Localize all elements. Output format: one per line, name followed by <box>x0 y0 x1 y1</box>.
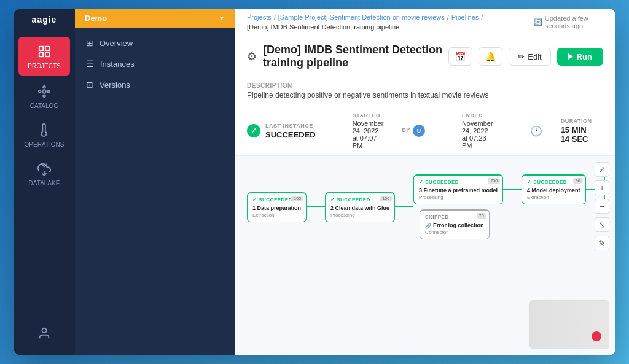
sidebar: aagie PROJECTS CATALOG OPERATIONS <box>14 9 75 355</box>
pipeline-node-1[interactable]: ✓ SUCCEEDED 100 1 Data preparation Extra… <box>247 192 307 222</box>
instance-bar: ✓ LAST INSTANCE SUCCEEDED STARTED Novemb… <box>235 106 615 156</box>
edit-canvas-button[interactable]: ✎ <box>595 236 609 250</box>
sidebar-item-projects[interactable]: PROJECTS <box>18 37 70 76</box>
node-4-badge: 96 <box>573 178 583 184</box>
canvas-controls: ⤢ + − ⤡ ✎ <box>595 162 609 250</box>
svg-point-9 <box>42 328 46 333</box>
update-info: 🔄 Updated a few seconds ago <box>534 15 603 29</box>
run-button[interactable]: Run <box>557 48 603 66</box>
play-icon <box>568 53 573 60</box>
duration-block: DURATION 15 MIN 14 SEC <box>561 118 592 144</box>
nav-item-versions-label: Versions <box>100 80 130 90</box>
connector-1-2 <box>307 206 325 207</box>
user-icon <box>36 325 53 342</box>
fullscreen-button[interactable]: ⤢ <box>595 162 609 177</box>
pipeline-node-2[interactable]: ✓ SUCCEEDED 100 2 Clean data with Glue P… <box>325 192 395 222</box>
demo-tab[interactable]: Demo ▼ <box>75 9 235 28</box>
svg-point-6 <box>43 95 45 98</box>
clock-icon: 🕐 <box>530 125 542 137</box>
status-badge: SUCCEEDED <box>265 130 316 139</box>
branch-point: ✓ SUCCEEDED 200 3 Finetune a pretrained … <box>413 174 609 239</box>
minimap-indicator <box>592 331 601 341</box>
skipped-branch: SKIPPED 70 🔗 Error log collection Connec… <box>420 209 490 239</box>
node-4-type: Extraction <box>527 195 580 200</box>
avatar: U <box>413 125 425 137</box>
breadcrumb-pipelines[interactable]: Pipelines <box>451 14 479 21</box>
node-6-title: Error log collection <box>433 222 484 228</box>
operations-icon <box>36 122 53 139</box>
nav-item-instances[interactable]: ☰ Instances <box>75 53 235 74</box>
pipeline-node-4[interactable]: ✓ SUCCEEDED 96 4 Model deployment Extrac… <box>522 174 586 204</box>
success-check-icon: ✓ <box>247 124 260 137</box>
pipeline-node-3[interactable]: ✓ SUCCEEDED 200 3 Finetune a pretrained … <box>413 174 503 204</box>
overview-icon: ⊞ <box>86 38 93 48</box>
pipeline-header: ⚙ [Demo] IMDB Sentiment Detection traini… <box>235 36 615 77</box>
nav-item-versions[interactable]: ⊡ Versions <box>75 74 235 95</box>
node-1-type: Extraction <box>252 212 301 218</box>
ended-date: November 24, 2022 at 07:23 PM <box>462 120 493 149</box>
node-6-icon: 🔗 <box>425 223 431 229</box>
app-logo: aagie <box>14 9 75 31</box>
logo-text: aagie <box>32 15 57 25</box>
svg-rect-1 <box>45 47 49 50</box>
sidebar-item-projects-label: PROJECTS <box>28 63 60 69</box>
breadcrumb-projects[interactable]: Projects <box>247 14 272 21</box>
sidebar-item-datalake[interactable]: DATALAKE <box>14 154 75 193</box>
nav-item-instances-label: Instances <box>100 60 135 69</box>
update-text: Updated a few seconds ago <box>545 15 603 29</box>
edit-icon: ✏ <box>518 52 525 61</box>
datalake-icon <box>36 160 53 177</box>
breadcrumb-project-name[interactable]: [Sample Project] Sentiment Detection on … <box>278 14 445 21</box>
connector-2-3 <box>395 206 413 207</box>
started-date: November 24, 2022 at 07:07 PM <box>353 120 384 149</box>
user-menu-item[interactable] <box>33 319 56 348</box>
main-content: Projects / [Sample Project] Sentiment De… <box>235 9 615 355</box>
svg-rect-2 <box>39 53 43 56</box>
demo-tab-label: Demo <box>85 14 107 23</box>
versions-icon: ⊡ <box>86 80 93 90</box>
description-text: Pipeline detecting positive or negative … <box>247 91 603 99</box>
node-1-title: 1 Data preparation <box>252 205 301 211</box>
by-label-1: BY <box>402 127 410 133</box>
minimap-content <box>530 301 609 349</box>
last-instance-label: LAST INSTANCE <box>265 123 316 129</box>
started-label: STARTED <box>353 112 384 118</box>
breadcrumb-current: [Demo] IMDB Sentiment Detection training… <box>247 23 399 31</box>
sidebar-item-catalog-label: CATALOG <box>30 103 58 109</box>
node-6-type: Connector <box>425 230 484 235</box>
sidebar-user[interactable] <box>33 319 56 355</box>
pipeline-canvas: ⤢ + − ⤡ ✎ ✓ SUCCEEDED 100 1 Data prepara… <box>235 156 615 355</box>
ended-block: ENDED November 24, 2022 at 07:23 PM <box>462 112 493 149</box>
node-2-badge: 100 <box>380 196 392 201</box>
zoom-in-button[interactable]: + <box>595 180 609 195</box>
description-label: DESCRIPTION <box>247 82 603 89</box>
minimap <box>529 300 609 349</box>
nav-item-overview-label: Overview <box>100 39 133 48</box>
sidebar-item-operations[interactable]: OPERATIONS <box>14 115 75 154</box>
duration-value: 15 MIN 14 SEC <box>561 125 592 144</box>
sidebar-item-catalog[interactable]: CATALOG <box>14 77 75 115</box>
started-block: STARTED November 24, 2022 at 07:07 PM <box>353 112 384 149</box>
run-label: Run <box>577 52 592 61</box>
calendar-button[interactable]: 📅 <box>448 47 472 66</box>
node-4-status: ✓ SUCCEEDED <box>527 179 580 185</box>
by-block-1: BY U <box>402 125 425 137</box>
node-4-title: 4 Model deployment <box>527 187 580 193</box>
zoom-out-button[interactable]: − <box>595 199 609 214</box>
nav-item-overview[interactable]: ⊞ Overview <box>75 33 235 53</box>
edit-button[interactable]: ✏ Edit <box>509 48 550 66</box>
edit-label: Edit <box>528 52 541 61</box>
catalog-icon <box>36 83 53 100</box>
pipeline-icon: ⚙ <box>247 50 257 63</box>
pipeline-title-area: ⚙ [Demo] IMDB Sentiment Detection traini… <box>247 44 448 69</box>
svg-rect-3 <box>45 53 49 56</box>
breadcrumb: Projects / [Sample Project] Sentiment De… <box>247 14 534 31</box>
svg-point-4 <box>42 90 46 93</box>
pipeline-node-6[interactable]: SKIPPED 70 🔗 Error log collection Connec… <box>420 209 490 239</box>
fit-button[interactable]: ⤡ <box>595 217 609 232</box>
node-3-type: Processing <box>419 195 498 200</box>
chevron-down-icon: ▼ <box>219 15 225 21</box>
bell-button[interactable]: 🔔 <box>479 47 502 66</box>
instance-status-block: LAST INSTANCE SUCCEEDED <box>265 123 316 139</box>
node-6-status: SKIPPED <box>425 214 484 220</box>
